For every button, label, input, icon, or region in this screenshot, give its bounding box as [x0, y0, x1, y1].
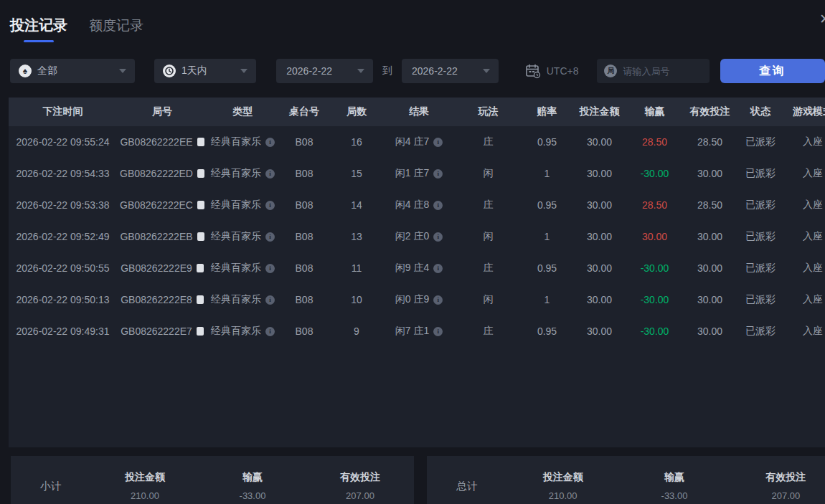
col-game-type: 类型 [207, 98, 278, 126]
tabs-bar: 投注记录 额度记录 [0, 0, 825, 43]
cell-table-no: B08 [278, 284, 330, 315]
cell-table-no: B08 [278, 252, 330, 284]
spade-icon: ♠ [19, 65, 32, 77]
copy-icon[interactable] [197, 327, 204, 336]
cell-bet-amount: 30.00 [572, 221, 626, 252]
info-icon[interactable]: i [433, 169, 443, 179]
cell-table-no: B08 [278, 189, 330, 221]
col-odds: 赔率 [522, 98, 572, 126]
cell-valid-bet: 30.00 [683, 221, 737, 252]
cell-game-type: 经典百家乐i [207, 158, 278, 189]
cell-win-loss: 28.50 [626, 189, 683, 221]
query-button[interactable]: 查询 [720, 59, 825, 83]
table-header: 下注时间 局号 类型 桌台号 局数 结果 玩法 赔率 投注金额 输赢 有效投注 … [9, 98, 825, 126]
col-game-mode: 游戏模式 [784, 98, 825, 126]
cell-bet-amount: 30.00 [572, 126, 626, 158]
info-icon[interactable]: i [433, 327, 443, 336]
clock-icon [163, 65, 176, 77]
time-range-select[interactable]: 1天内 [154, 59, 256, 83]
cell-bet-amount: 30.00 [572, 189, 626, 221]
cell-round-id: GB08262222E7 [117, 315, 207, 347]
info-icon[interactable]: i [433, 138, 443, 147]
chevron-down-icon [119, 69, 126, 73]
cell-round-id: GB08262222EE [117, 126, 207, 158]
copy-icon[interactable] [197, 264, 204, 272]
date-from-select[interactable]: 2026-2-22 [276, 59, 373, 83]
copy-icon[interactable] [197, 201, 204, 209]
info-icon[interactable]: i [433, 264, 443, 273]
subtotal-bet-amount: 投注金额 210.00 [91, 471, 199, 501]
tab-quota-records[interactable]: 额度记录 [89, 16, 143, 35]
col-valid-bet: 有效投注 [683, 98, 737, 126]
cell-table-no: B08 [278, 315, 330, 347]
cell-game-type: 经典百家乐i [207, 284, 278, 315]
date-to-select[interactable]: 2026-2-22 [402, 59, 499, 83]
cell-game-type: 经典百家乐i [207, 315, 278, 347]
total-panel: 总计 投注金额 210.00 输赢 -33.00 有效投注 207.00 [427, 456, 825, 504]
info-icon[interactable]: i [433, 232, 443, 242]
cell-bet-time: 2026-02-22 09:50:13 [9, 284, 117, 315]
filter-bar: ♠ 全部 1天内 2026-2-22 到 2026-2-22 [10, 59, 825, 83]
cell-result: 闲0 庄9i [383, 284, 455, 315]
tab-bet-records[interactable]: 投注记录 [10, 16, 67, 42]
info-icon[interactable]: i [265, 232, 275, 242]
col-bet-time: 下注时间 [9, 98, 117, 126]
copy-icon[interactable] [197, 169, 204, 178]
game-type-select[interactable]: ♠ 全部 [10, 59, 135, 83]
cell-game-mode: 入座 [784, 189, 825, 221]
cell-odds: 0.95 [522, 126, 572, 158]
cell-rounds: 10 [330, 284, 383, 315]
info-icon[interactable]: i [265, 169, 275, 179]
copy-icon[interactable] [197, 295, 204, 304]
active-tab-underline [24, 40, 54, 42]
cell-status: 已派彩 [737, 158, 784, 189]
tab-bet-records-label: 投注记录 [10, 17, 67, 33]
info-icon[interactable]: i [265, 264, 275, 273]
table-body: 2026-02-22 09:55:24 GB08262222EE 经典百家乐i … [9, 126, 825, 347]
copy-icon[interactable] [197, 232, 204, 241]
cell-win-loss: 30.00 [626, 221, 683, 252]
info-icon[interactable]: i [433, 201, 443, 210]
subtotal-panel: 小计 投注金额 210.00 输赢 -33.00 有效投注 207.00 [11, 456, 414, 504]
total-bet-amount: 投注金额 210.00 [507, 471, 618, 501]
cell-win-loss: 28.50 [626, 126, 683, 158]
cell-valid-bet: 28.50 [683, 189, 737, 221]
summary-row: 小计 投注金额 210.00 输赢 -33.00 有效投注 207.00 总计 … [11, 456, 825, 504]
round-search-box: 局 [597, 59, 710, 83]
chevron-down-icon [357, 69, 364, 73]
cell-bet-amount: 30.00 [572, 158, 626, 189]
cell-odds: 0.95 [522, 315, 572, 347]
cell-valid-bet: 30.00 [683, 252, 737, 284]
cell-status: 已派彩 [737, 284, 784, 315]
col-play: 玩法 [455, 98, 522, 126]
cell-bet-amount: 30.00 [572, 252, 626, 284]
cell-result: 闲7 庄1i [383, 315, 455, 347]
cell-round-id: GB08262222E8 [117, 284, 207, 315]
total-valid-bet: 有效投注 207.00 [730, 471, 825, 501]
records-table-panel: 下注时间 局号 类型 桌台号 局数 结果 玩法 赔率 投注金额 输赢 有效投注 … [9, 98, 825, 447]
col-bet-amount: 投注金额 [572, 98, 626, 126]
cell-bet-time: 2026-02-22 09:52:49 [9, 221, 117, 252]
cell-odds: 1 [522, 221, 572, 252]
info-icon[interactable]: i [265, 138, 275, 147]
info-icon[interactable]: i [265, 201, 275, 210]
info-icon[interactable]: i [433, 295, 443, 305]
info-icon[interactable]: i [265, 295, 275, 305]
cell-game-mode: 入座 [784, 126, 825, 158]
info-icon[interactable]: i [265, 327, 275, 336]
cell-bet-time: 2026-02-22 09:54:33 [9, 158, 117, 189]
col-rounds: 局数 [330, 98, 383, 126]
table-row: 2026-02-22 09:50:13 GB08262222E8 经典百家乐i … [9, 284, 825, 315]
subtotal-label: 小计 [11, 480, 91, 493]
cell-bet-time: 2026-02-22 09:49:31 [9, 315, 117, 347]
cell-status: 已派彩 [737, 221, 784, 252]
round-search-input[interactable] [623, 66, 702, 77]
cell-win-loss: -30.00 [626, 158, 683, 189]
col-table-no: 桌台号 [278, 98, 330, 126]
copy-icon[interactable] [197, 138, 204, 146]
cell-rounds: 14 [330, 189, 383, 221]
cell-bet-time: 2026-02-22 09:50:55 [9, 252, 117, 284]
close-icon[interactable]: ✕ [819, 11, 825, 27]
total-win-loss: 输赢 -33.00 [618, 471, 730, 501]
cell-game-mode: 入座 [784, 284, 825, 315]
